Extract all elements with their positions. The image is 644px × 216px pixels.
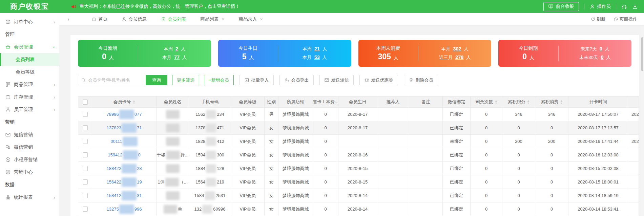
member-card-link[interactable]: 78996077	[107, 110, 142, 119]
open-time-cell: 2020-08-15 18:00:01	[568, 175, 628, 189]
spend-cell: 0	[535, 202, 568, 216]
sidebar-item-sms-marketing[interactable]: 短信营销	[0, 128, 59, 141]
person-icon	[589, 4, 595, 9]
sidebar-item-wechat-marketing[interactable]: 微信营销	[0, 141, 59, 153]
goods-icon	[5, 82, 11, 87]
refresh-button[interactable]: 刷新	[590, 16, 605, 22]
sort-icon[interactable]: ▲▼	[495, 100, 497, 104]
level-cell: VIP会员	[231, 189, 265, 202]
redaction-blur	[122, 191, 137, 200]
row-checkbox[interactable]	[83, 152, 88, 157]
column-header-label: 累积积分	[508, 99, 525, 105]
sort-icon[interactable]: ▲▼	[527, 100, 529, 104]
sort-icon[interactable]: ▲▼	[133, 100, 135, 104]
tab-member-list[interactable]: 会员列表	[161, 13, 186, 26]
delete-member-button[interactable]: 删除会员	[404, 75, 438, 85]
globe-icon	[5, 19, 11, 25]
times-cell: 0	[471, 108, 502, 121]
pageops-icon	[614, 17, 618, 22]
member-card-link[interactable]: 18842228	[107, 164, 142, 173]
cashier-button[interactable]: ¥ 前台收银	[543, 2, 579, 11]
fee-cell: 0	[313, 108, 338, 121]
sort-icon[interactable]: ▲▼	[560, 100, 563, 104]
gender-cell: 男	[265, 108, 278, 121]
tab-label: 首页	[98, 16, 107, 22]
send-sms-button[interactable]: 发送短信	[319, 75, 354, 85]
page-ops-button[interactable]: 页面操作	[614, 16, 637, 22]
table-row: 137823711378471VIP会员女梦境服饰商城02020-8-17已绑定…	[78, 121, 639, 134]
batch-import-button[interactable]: 批量导入	[240, 75, 274, 85]
search-input[interactable]	[88, 78, 143, 83]
column-header: 累积消费▲▼	[535, 96, 568, 107]
sidebar-item-staff-manage[interactable]: 员工管理›	[0, 103, 59, 116]
column-header-label: 所属店铺	[287, 99, 305, 105]
sidebar-subitem-member-list[interactable]: 会员列表	[0, 53, 59, 66]
member-card-link[interactable]: 13782371	[107, 123, 142, 133]
scrollbar-thumb[interactable]	[641, 37, 643, 71]
select-all-checkbox[interactable]	[83, 100, 88, 105]
sidebar-item-miniapp-marketing[interactable]: 小程序营销	[0, 153, 59, 166]
row-checkbox[interactable]	[83, 139, 88, 144]
sidebar-item-report-stats[interactable]: 统计报表›	[0, 191, 59, 203]
sidebar-item-order-center[interactable]: 订单中心›	[0, 16, 59, 28]
column-header: 微信绑定	[443, 96, 471, 107]
row-checkbox[interactable]	[83, 179, 88, 185]
row-checkbox[interactable]	[83, 125, 88, 130]
sidebar-subitem-member-level[interactable]: 会员等级	[0, 66, 59, 78]
chevron-down-icon: ›	[52, 46, 57, 48]
vertical-scrollbar[interactable]	[641, 26, 644, 216]
collapse-sidebar-button[interactable]: ›	[67, 16, 69, 22]
send-coupon-button[interactable]: 发送优惠券	[359, 75, 398, 85]
member-card-link[interactable]: 00111	[110, 137, 138, 146]
tab-home[interactable]: 首页	[91, 13, 107, 26]
close-tab-icon[interactable]: ×	[260, 17, 263, 22]
sidebar-item-label: 短信营销	[14, 132, 55, 138]
sidebar-item-label: 订单中心	[14, 19, 50, 25]
stat-cards: 今日新增 0人 本周2人本月77人 今日生日 5人 本周21人本月53人 本周未…	[78, 40, 631, 67]
support-button[interactable]	[621, 4, 627, 9]
announcement-bar[interactable]: 重大福利：本系统已连接企业微信，高效办公，统一管理客户，点击查看详情！	[71, 3, 543, 9]
select-all-cell	[78, 96, 92, 107]
redaction-blur	[206, 164, 216, 173]
close-tab-icon[interactable]: ×	[222, 17, 224, 22]
more-filter-button[interactable]: 更多筛选	[172, 75, 199, 85]
member-card-link[interactable]: 15841231	[107, 191, 142, 200]
points-cell: 346	[502, 108, 535, 121]
row-checkbox[interactable]	[83, 166, 88, 171]
column-header: 会员姓名	[157, 96, 189, 107]
open-time-cell: 2020-08-15 20:02:08	[568, 162, 628, 175]
sidebar-item-label: 员工管理	[14, 107, 50, 113]
sidebar-item-product-manage[interactable]: 商品管理›	[0, 78, 59, 91]
row-checkbox[interactable]	[83, 112, 88, 117]
operator-menu[interactable]: 操作员	[589, 3, 611, 9]
member-card-link[interactable]: 1594120	[108, 150, 141, 160]
add-member-button[interactable]: +新增会员	[204, 75, 234, 85]
import-icon	[244, 78, 249, 83]
sidebar-item-stock-manage[interactable]: 库存管理›	[0, 91, 59, 103]
tab-product-entry[interactable]: 商品录入×	[239, 13, 263, 26]
birthday-cell	[338, 135, 377, 148]
column-header: 累积积分▲▼	[502, 96, 535, 107]
member-phone: 1562234	[195, 110, 224, 119]
operator-label: 操作员	[597, 3, 611, 9]
member-card-link[interactable]: 13275996	[107, 204, 142, 214]
redaction-blur	[123, 150, 138, 160]
tab-product-list[interactable]: 商品列表×	[200, 13, 224, 26]
sidebar-item-marketing-center[interactable]: 营销中心	[0, 166, 59, 178]
member-card-link[interactable]: 15642219	[107, 177, 142, 187]
row-checkbox[interactable]	[83, 193, 88, 198]
times-cell: 0	[471, 148, 502, 161]
sidebar-item-member-manage[interactable]: 会员管理›	[0, 41, 59, 53]
tab-member-info[interactable]: 会员信息	[122, 13, 147, 26]
stat-detail: 本月77人	[162, 55, 187, 61]
birthday-cell: 2020-8-15	[338, 175, 377, 189]
query-button[interactable]: 查询	[146, 75, 167, 85]
download-button[interactable]	[632, 4, 638, 9]
spend-cell: 346	[535, 108, 568, 121]
redaction-blur	[122, 164, 137, 173]
fee-cell: 0	[313, 175, 338, 189]
times-cell: 0	[471, 175, 502, 189]
store-cell: 梦境服饰商城	[278, 175, 313, 189]
member-export-button[interactable]: 会员导出	[279, 75, 314, 85]
row-checkbox[interactable]	[83, 207, 88, 212]
